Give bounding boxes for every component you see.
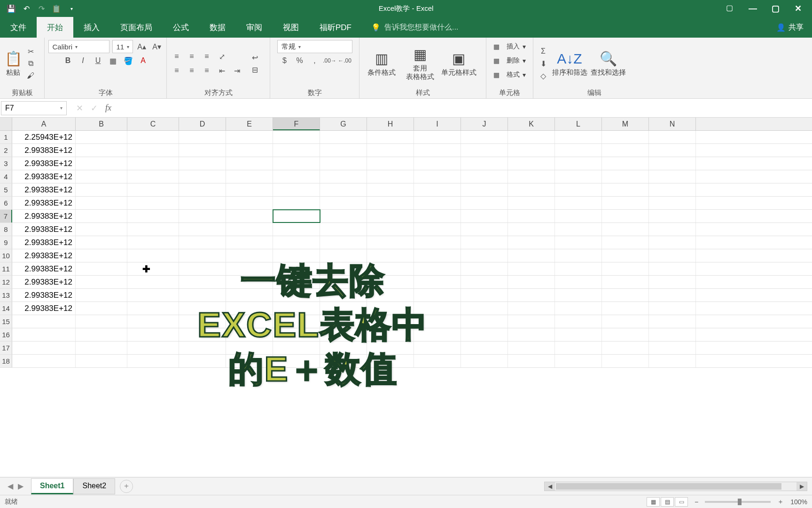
cell[interactable]: 2.99383E+12 bbox=[12, 289, 76, 302]
cell[interactable] bbox=[367, 197, 414, 209]
cell[interactable] bbox=[320, 197, 367, 209]
cell[interactable] bbox=[602, 223, 649, 236]
conditional-format-button[interactable]: ▥ 条件格式 bbox=[363, 50, 400, 77]
tab-insert[interactable]: 插入 bbox=[73, 17, 110, 38]
cell[interactable] bbox=[555, 249, 602, 262]
column-header[interactable]: I bbox=[414, 118, 461, 130]
column-header[interactable]: N bbox=[649, 118, 696, 130]
bold-icon[interactable]: B bbox=[62, 55, 74, 67]
cell[interactable] bbox=[414, 210, 461, 222]
cell[interactable] bbox=[602, 170, 649, 183]
formula-input[interactable] bbox=[126, 101, 812, 115]
cell[interactable] bbox=[461, 328, 508, 341]
cell[interactable] bbox=[649, 315, 696, 328]
cell[interactable] bbox=[508, 249, 555, 262]
fill-color-icon[interactable]: 🪣 bbox=[122, 55, 134, 67]
align-top-icon[interactable]: ≡ bbox=[171, 50, 183, 63]
fill-icon[interactable]: ⬇ bbox=[537, 57, 549, 70]
cell[interactable] bbox=[555, 328, 602, 341]
cell[interactable] bbox=[179, 144, 226, 157]
cell[interactable] bbox=[273, 183, 320, 196]
cell[interactable] bbox=[649, 249, 696, 262]
cell[interactable] bbox=[602, 249, 649, 262]
cell[interactable] bbox=[555, 210, 602, 222]
cell[interactable] bbox=[461, 341, 508, 354]
sheet-tab[interactable]: Sheet2 bbox=[73, 478, 115, 494]
cell[interactable] bbox=[12, 355, 76, 367]
decrease-decimal-icon[interactable]: ←.00 bbox=[339, 55, 351, 67]
cell[interactable] bbox=[273, 210, 320, 222]
format-painter-icon[interactable]: 🖌 bbox=[24, 70, 37, 82]
cell[interactable] bbox=[649, 210, 696, 222]
cell[interactable] bbox=[179, 170, 226, 183]
undo-icon[interactable]: ↶ bbox=[21, 3, 32, 14]
column-header[interactable]: G bbox=[320, 118, 367, 130]
sort-filter-button[interactable]: A↓Z 排序和筛选 bbox=[551, 50, 588, 77]
row-header[interactable]: 1 bbox=[0, 131, 12, 143]
cell[interactable] bbox=[508, 170, 555, 183]
decrease-indent-icon[interactable]: ⇤ bbox=[216, 64, 228, 77]
align-left-icon[interactable]: ≡ bbox=[171, 64, 183, 77]
cell[interactable] bbox=[461, 144, 508, 157]
cell[interactable] bbox=[127, 170, 179, 183]
cell[interactable] bbox=[461, 289, 508, 302]
column-header[interactable]: C bbox=[127, 118, 179, 130]
cell[interactable] bbox=[414, 144, 461, 157]
zoom-in-icon[interactable]: ＋ bbox=[777, 498, 784, 506]
cell[interactable] bbox=[127, 144, 179, 157]
cell[interactable] bbox=[602, 210, 649, 222]
cell[interactable] bbox=[602, 315, 649, 328]
cut-icon[interactable]: ✂ bbox=[24, 45, 37, 57]
cell[interactable] bbox=[602, 328, 649, 341]
cell[interactable] bbox=[226, 223, 273, 236]
cell[interactable] bbox=[461, 249, 508, 262]
clear-icon[interactable]: ◇ bbox=[537, 70, 549, 82]
row-header[interactable]: 12 bbox=[0, 276, 12, 288]
cell[interactable] bbox=[508, 341, 555, 354]
cell[interactable]: 2.99383E+12 bbox=[12, 276, 76, 288]
autosum-icon[interactable]: Σ bbox=[537, 45, 549, 57]
font-color-icon[interactable]: A bbox=[137, 55, 149, 67]
cell[interactable] bbox=[461, 197, 508, 209]
row-header[interactable]: 2 bbox=[0, 144, 12, 157]
cell[interactable] bbox=[76, 341, 127, 354]
cell[interactable] bbox=[602, 157, 649, 170]
cell[interactable] bbox=[127, 157, 179, 170]
cell[interactable] bbox=[649, 276, 696, 288]
cell[interactable] bbox=[461, 302, 508, 315]
cell[interactable] bbox=[320, 183, 367, 196]
cell[interactable] bbox=[508, 144, 555, 157]
cell[interactable] bbox=[76, 276, 127, 288]
cell[interactable] bbox=[12, 328, 76, 341]
qat-dropdown-icon[interactable]: ▾ bbox=[66, 3, 77, 14]
cell[interactable] bbox=[367, 223, 414, 236]
column-header[interactable]: K bbox=[508, 118, 555, 130]
insert-cells-button[interactable]: ▦ 插入 ▾ bbox=[493, 40, 526, 54]
row-header[interactable]: 18 bbox=[0, 355, 12, 367]
cell[interactable] bbox=[555, 131, 602, 143]
cell[interactable] bbox=[226, 131, 273, 143]
cell[interactable] bbox=[127, 262, 179, 275]
cell[interactable] bbox=[602, 262, 649, 275]
cell[interactable]: 2.99383E+12 bbox=[12, 197, 76, 209]
cell[interactable] bbox=[555, 341, 602, 354]
cell[interactable] bbox=[555, 223, 602, 236]
cell[interactable] bbox=[508, 355, 555, 367]
cell[interactable] bbox=[179, 223, 226, 236]
column-header[interactable]: E bbox=[226, 118, 273, 130]
column-header[interactable]: A bbox=[12, 118, 76, 130]
align-center-icon[interactable]: ≡ bbox=[186, 64, 198, 77]
cell[interactable] bbox=[367, 210, 414, 222]
cell[interactable] bbox=[320, 157, 367, 170]
cell[interactable] bbox=[461, 355, 508, 367]
cell[interactable] bbox=[76, 262, 127, 275]
cell[interactable] bbox=[414, 157, 461, 170]
cell[interactable] bbox=[602, 197, 649, 209]
cell[interactable] bbox=[602, 276, 649, 288]
cell[interactable] bbox=[179, 210, 226, 222]
cell[interactable] bbox=[76, 157, 127, 170]
cell[interactable] bbox=[602, 131, 649, 143]
cell[interactable] bbox=[508, 262, 555, 275]
cell[interactable] bbox=[367, 144, 414, 157]
cell[interactable] bbox=[555, 236, 602, 249]
